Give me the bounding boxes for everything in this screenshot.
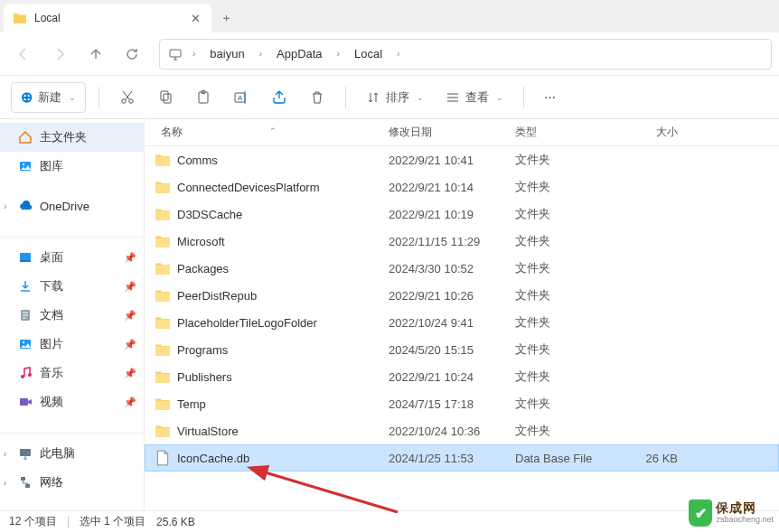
arrow-left-icon (16, 47, 31, 61)
rename-button[interactable]: A (226, 82, 257, 113)
divider (99, 87, 99, 108)
up-button[interactable] (80, 38, 112, 70)
table-row[interactable]: Microsoft2022/11/15 11:29文件夹 (145, 228, 779, 255)
file-name: Temp (177, 397, 389, 411)
tab-local[interactable]: Local ✕ (4, 4, 211, 33)
ellipsis-icon: ⋯ (544, 90, 556, 104)
new-tab-button[interactable]: ＋ (211, 4, 240, 33)
sidebar-item-documents[interactable]: 文档 📌 (0, 301, 144, 330)
column-type[interactable]: 类型 (515, 125, 624, 140)
table-row[interactable]: IconCache.db2024/1/25 11:53Data Base Fil… (145, 444, 779, 471)
pin-icon: 📌 (124, 281, 136, 293)
file-type: 文件夹 (515, 179, 624, 195)
sidebar-item-onedrive[interactable]: › OneDrive (0, 191, 144, 220)
table-row[interactable]: ConnectedDevicesPlatform2022/9/21 10:14文… (145, 173, 779, 201)
sidebar-item-network[interactable]: › 网络 (0, 468, 144, 497)
table-row[interactable]: VirtualStore2022/10/24 10:36文件夹 (145, 417, 779, 444)
sidebar-item-desktop[interactable]: 桌面 📌 (0, 243, 144, 272)
file-icon (154, 449, 172, 467)
folder-icon (154, 341, 172, 359)
breadcrumb-item[interactable]: baiyun (204, 45, 249, 62)
file-type: 文件夹 (515, 423, 624, 439)
sidebar-item-label: OneDrive (40, 200, 89, 213)
sidebar-item-label: 桌面 (40, 249, 63, 266)
sidebar-item-music[interactable]: 音乐 📌 (0, 359, 144, 387)
chevron-right-icon: › (391, 49, 405, 59)
folder-icon (154, 205, 172, 223)
arrow-up-icon (89, 47, 103, 61)
column-size[interactable]: 大小 (624, 125, 696, 140)
file-name: D3DSCache (177, 208, 389, 221)
file-name: Programs (177, 343, 389, 357)
chevron-down-icon: ⌄ (496, 93, 503, 102)
file-type: Data Base File (515, 452, 624, 465)
svg-rect-3 (161, 91, 168, 100)
table-row[interactable]: Comms2022/9/21 10:41文件夹 (145, 146, 779, 173)
document-icon (18, 308, 33, 322)
sidebar-item-videos[interactable]: 视频 📌 (0, 387, 144, 416)
file-type: 文件夹 (515, 287, 624, 303)
svg-rect-21 (25, 484, 30, 488)
cut-button[interactable] (112, 82, 143, 113)
paste-button[interactable] (188, 82, 219, 113)
breadcrumb[interactable]: › baiyun › AppData › Local › (159, 39, 772, 70)
table-row[interactable]: Packages2024/3/30 10:52文件夹 (145, 255, 779, 282)
chevron-down-icon: ⌄ (69, 93, 76, 102)
breadcrumb-item[interactable]: Local (349, 45, 388, 62)
table-row[interactable]: D3DSCache2022/9/21 10:19文件夹 (145, 201, 779, 228)
refresh-button[interactable] (116, 38, 148, 70)
folder-icon (154, 422, 172, 440)
chevron-right-icon: › (254, 49, 267, 59)
close-icon[interactable]: ✕ (188, 11, 202, 25)
sort-button[interactable]: 排序 ⌄ (359, 82, 431, 113)
sidebar-item-pictures[interactable]: 图片 📌 (0, 330, 144, 359)
pin-icon: 📌 (124, 397, 136, 408)
trash-icon (309, 89, 325, 106)
view-button[interactable]: 查看 ⌄ (438, 82, 511, 113)
share-button[interactable] (264, 82, 295, 113)
column-date[interactable]: 修改日期 (389, 125, 515, 140)
file-date: 2022/9/21 10:26 (389, 289, 515, 303)
sidebar-item-thispc[interactable]: › 此电脑 (0, 439, 144, 468)
delete-button[interactable] (302, 82, 333, 113)
table-row[interactable]: PeerDistRepub2022/9/21 10:26文件夹 (145, 282, 779, 309)
table-row[interactable]: PlaceholderTileLogoFolder2022/10/24 9:41… (145, 309, 779, 336)
column-headers: 名称⌃ 修改日期 类型 大小 (145, 119, 779, 146)
sidebar: 主文件夹 图库 › OneDrive 桌面 📌 下载 📌 文档 📌 (0, 119, 145, 510)
sidebar-item-downloads[interactable]: 下载 📌 (0, 272, 144, 301)
paste-icon (195, 89, 211, 106)
file-date: 2022/9/21 10:14 (389, 181, 515, 194)
forward-button[interactable] (43, 38, 76, 70)
column-name[interactable]: 名称⌃ (161, 125, 389, 140)
file-name: Comms (177, 154, 389, 167)
table-row[interactable]: Programs2024/5/20 15:15文件夹 (145, 336, 779, 363)
file-date: 2024/7/15 17:18 (389, 397, 515, 411)
folder-icon (154, 313, 172, 331)
sidebar-item-home[interactable]: 主文件夹 (0, 123, 144, 152)
file-date: 2022/10/24 10:36 (389, 425, 515, 438)
copy-button[interactable] (150, 82, 181, 113)
file-type: 文件夹 (515, 152, 624, 168)
folder-icon (154, 232, 172, 250)
svg-rect-18 (20, 398, 28, 406)
new-button[interactable]: ⊕ 新建 ⌄ (11, 82, 86, 113)
copy-icon (157, 89, 174, 106)
sidebar-item-gallery[interactable]: 图库 (0, 152, 144, 181)
file-name: Publishers (177, 370, 389, 384)
refresh-icon (125, 47, 139, 61)
chevron-right-icon: › (4, 478, 6, 488)
sidebar-item-label: 图片 (40, 336, 63, 352)
file-name: PeerDistRepub (177, 289, 389, 303)
table-row[interactable]: Publishers2022/9/21 10:24文件夹 (145, 363, 779, 390)
tab-title: Local (34, 12, 181, 24)
back-button[interactable] (7, 38, 40, 70)
tab-bar: Local ✕ ＋ (0, 0, 779, 33)
folder-icon (154, 368, 172, 386)
more-button[interactable]: ⋯ (537, 82, 563, 113)
breadcrumb-item[interactable]: AppData (271, 45, 328, 62)
svg-rect-19 (20, 449, 31, 456)
video-icon (18, 395, 33, 409)
network-icon (18, 475, 33, 490)
table-row[interactable]: Temp2024/7/15 17:18文件夹 (145, 390, 779, 417)
file-list: 名称⌃ 修改日期 类型 大小 Comms2022/9/21 10:41文件夹Co… (145, 119, 779, 510)
